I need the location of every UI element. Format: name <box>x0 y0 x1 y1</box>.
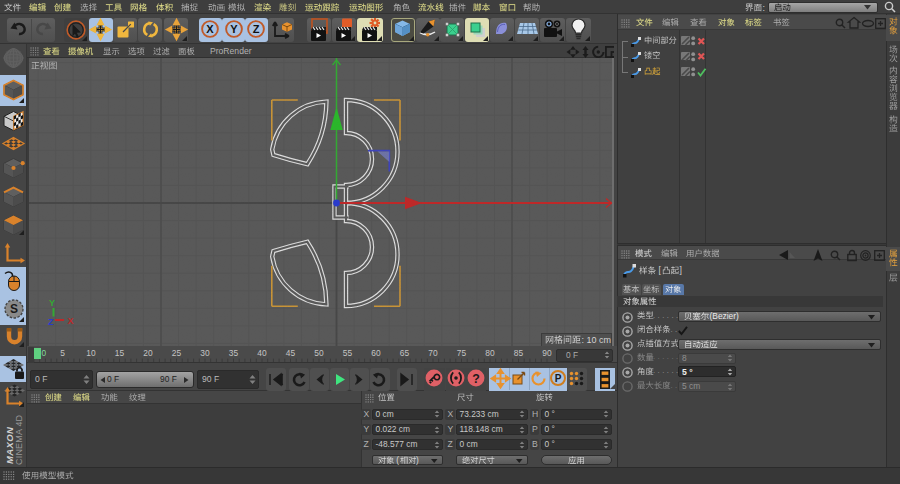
svg-text:Z: Z <box>253 23 260 35</box>
svg-text:P: P <box>554 373 561 384</box>
svg-text:S: S <box>9 302 17 316</box>
svg-text:?: ? <box>472 371 480 385</box>
svg-text:X: X <box>206 23 214 35</box>
svg-text:Y: Y <box>230 23 238 35</box>
